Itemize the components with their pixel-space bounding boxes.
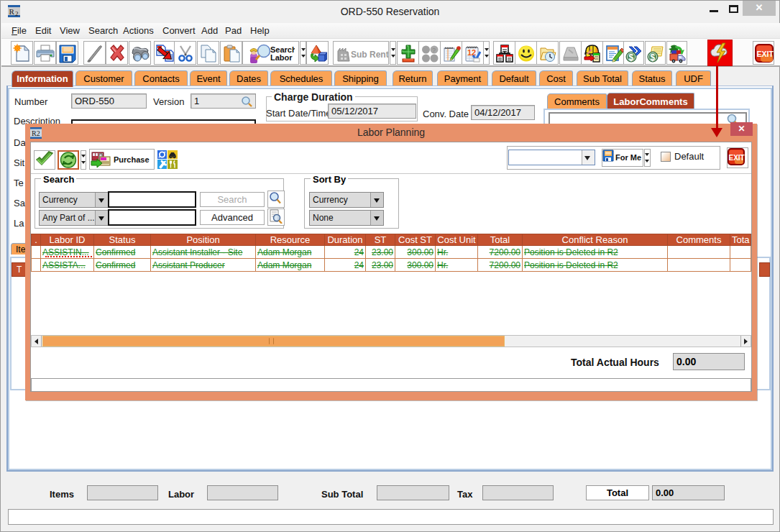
- svg-text:$: $: [629, 52, 634, 63]
- svg-text:?: ?: [432, 47, 436, 54]
- svg-text:$: $: [651, 52, 656, 63]
- svg-text:Sub Rent: Sub Rent: [351, 50, 388, 60]
- svg-text:EXIT: EXIT: [757, 50, 774, 58]
- svg-text:12: 12: [467, 48, 476, 57]
- svg-text:R: R: [9, 7, 15, 16]
- svg-text:2: 2: [15, 10, 19, 17]
- svg-text:Labor: Labor: [270, 53, 293, 62]
- svg-text:EXIT: EXIT: [729, 154, 745, 162]
